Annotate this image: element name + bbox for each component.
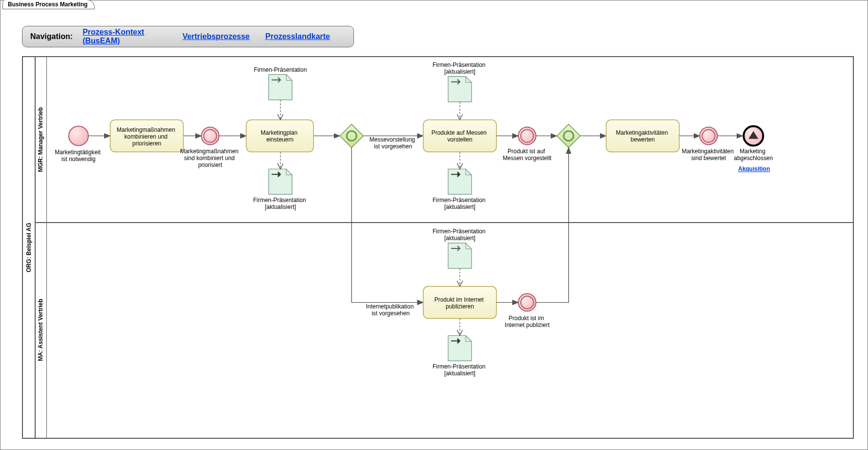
link-akquisition[interactable]: Akquisition (738, 165, 770, 172)
lane-label-top: MGR: Manager Vertrieb (37, 107, 44, 172)
frame-title: Business Process Marketing (8, 1, 87, 8)
pool-header: ORG: Beispiel AG (23, 57, 36, 438)
nav-link-vertriebsprozesse[interactable]: Vertriebsprozesse (183, 32, 250, 41)
pool-org-beispiel-ag: ORG: Beispiel AG MGR: Manager Vertrieb M… (22, 56, 854, 439)
lane-assistent-vertrieb: MA: Assistent Vertrieb (35, 222, 853, 438)
nav-link-prozesslandkarte[interactable]: Prozesslandkarte (265, 32, 330, 41)
lane-header-bottom: MA: Assistent Vertrieb (35, 222, 47, 438)
frame-title-tab: Business Process Marketing (2, 0, 95, 9)
nav-link-prozess-kontext[interactable]: Prozess-Kontext (BusEAM) (83, 28, 167, 45)
pool-label: ORG: Beispiel AG (25, 223, 32, 272)
lane-label-bottom: MA: Assistent Vertrieb (37, 299, 44, 361)
lane-manager-vertrieb: MGR: Manager Vertrieb (35, 57, 853, 223)
navigation-title: Navigation: (30, 32, 73, 41)
navigation-bar: Navigation: Prozess-Kontext (BusEAM) Ver… (22, 26, 354, 47)
lane-header-top: MGR: Manager Vertrieb (35, 57, 47, 222)
